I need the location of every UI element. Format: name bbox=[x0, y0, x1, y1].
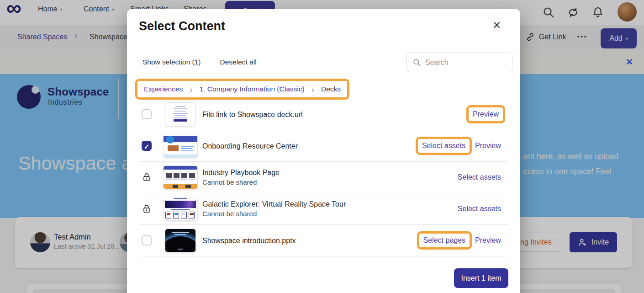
content-row-playbook: Industry Playbook Page Cannot be shared … bbox=[139, 162, 508, 193]
modal-title: Select Content bbox=[139, 19, 225, 33]
content-subtitle: Cannot be shared bbox=[202, 177, 458, 187]
checkbox-checked[interactable]: ✓ bbox=[142, 141, 152, 151]
content-title: File link to Showspace deck.url bbox=[202, 110, 470, 119]
content-title: Galactic Explorer: Virtual Reality Space… bbox=[202, 199, 458, 209]
crumb-experiences[interactable]: Experiences bbox=[144, 85, 183, 93]
modal-footer-divider bbox=[127, 263, 520, 263]
select-assets-link[interactable]: Select assets bbox=[458, 173, 501, 181]
deselect-all-button[interactable]: Deselect all bbox=[220, 58, 257, 66]
select-assets-link[interactable]: Select assets bbox=[416, 137, 472, 155]
thumbnail-slide bbox=[165, 229, 195, 252]
preview-link[interactable]: Preview bbox=[466, 105, 505, 123]
select-pages-link[interactable]: Select pages bbox=[417, 231, 472, 250]
content-subtitle: Cannot be shared bbox=[202, 209, 458, 218]
search-input[interactable] bbox=[425, 59, 520, 67]
checkbox[interactable] bbox=[142, 109, 152, 119]
crumb-decks: Decks bbox=[321, 85, 341, 93]
modal-search-box bbox=[406, 53, 512, 72]
thumbnail-galactic bbox=[164, 197, 197, 220]
content-title: Showspace introduction.pptx bbox=[202, 236, 421, 245]
content-title: Industry Playbook Page bbox=[202, 168, 458, 177]
thumbnail-playbook bbox=[164, 166, 197, 189]
thumbnail-document bbox=[165, 103, 195, 126]
lock-icon bbox=[142, 172, 152, 182]
modal-breadcrumb: Experiences › 1. Company Information (Cl… bbox=[143, 85, 349, 100]
content-title: Onboarding Resource Center bbox=[202, 141, 420, 151]
select-content-modal: Select Content ✕ Show selection (1) Dese… bbox=[127, 9, 520, 293]
show-selection-button[interactable]: Show selection (1) bbox=[143, 58, 201, 66]
preview-link[interactable]: Preview bbox=[475, 236, 501, 245]
breadcrumb-separator-icon: › bbox=[190, 86, 192, 93]
checkbox[interactable] bbox=[142, 235, 152, 245]
select-assets-link[interactable]: Select assets bbox=[458, 205, 501, 213]
insert-item-button[interactable]: Insert 1 item bbox=[454, 268, 508, 288]
preview-link[interactable]: Preview bbox=[475, 142, 501, 150]
content-row-file-link: File link to Showspace deck.url Preview bbox=[139, 99, 508, 130]
content-row-galactic: Galactic Explorer: Virtual Reality Space… bbox=[139, 193, 508, 225]
content-list: File link to Showspace deck.url Preview … bbox=[139, 99, 508, 256]
modal-close-icon[interactable]: ✕ bbox=[492, 20, 501, 31]
lock-icon bbox=[142, 204, 152, 214]
app-screen: ∞ Home ▾ Content ▾ Smart Links Shares + … bbox=[0, 0, 644, 293]
breadcrumb-highlight: Experiences › 1. Company Information (Cl… bbox=[135, 79, 349, 100]
thumbnail-webpage bbox=[164, 134, 197, 157]
crumb-company-information[interactable]: 1. Company Information (Classic) bbox=[200, 85, 305, 93]
search-icon bbox=[412, 58, 421, 67]
breadcrumb-separator-icon: › bbox=[311, 86, 314, 93]
content-row-pptx: Showspace introduction.pptx Select pages… bbox=[139, 225, 508, 256]
content-row-onboarding: ✓ Onboarding Resource Center Select asse… bbox=[139, 130, 508, 162]
